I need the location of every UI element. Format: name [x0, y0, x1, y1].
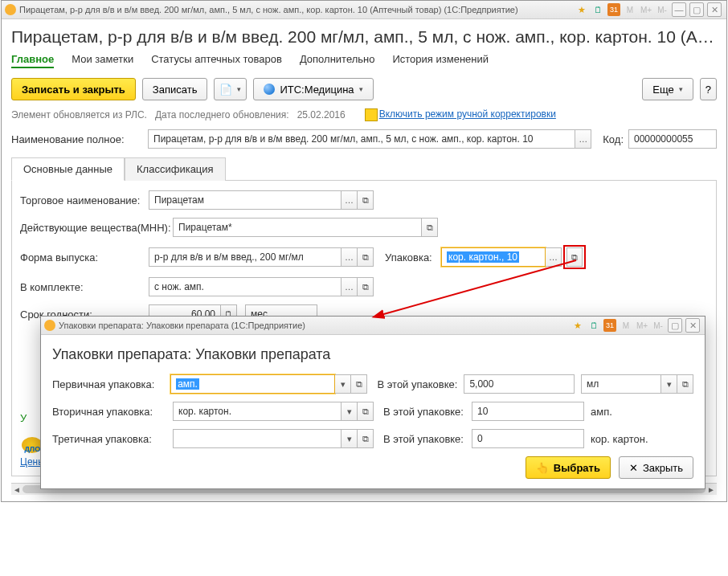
tab-main[interactable]: Главное — [11, 53, 54, 68]
kit-more-button[interactable]: … — [342, 277, 358, 296]
pack-open-highlight: ⧉ — [563, 245, 586, 269]
calendar-icon[interactable]: 31 — [603, 319, 616, 332]
tertiary-open-button[interactable]: ⧉ — [358, 429, 374, 448]
edit-icon — [365, 108, 378, 121]
tab-classification[interactable]: Классификация — [125, 157, 226, 181]
primary-qty-input[interactable]: 5,000 — [464, 374, 575, 394]
form-label: Форма выпуска: — [20, 251, 149, 263]
minimize-button[interactable]: — — [672, 2, 686, 17]
its-label: ИТС:Медицина — [280, 84, 354, 96]
tertiary-label: Третичная упаковка: — [52, 433, 173, 445]
popup-close-button[interactable]: ✕ — [685, 318, 700, 333]
calculator-icon[interactable]: 🗒 — [587, 319, 600, 332]
popup-titlebar: Упаковки препарата: Упаковки препарата (… — [41, 317, 705, 335]
primary-dropdown-button[interactable]: ▾ — [335, 374, 351, 394]
m-plus-btn[interactable]: M+ — [636, 319, 648, 332]
save-button[interactable]: Записать — [142, 78, 208, 100]
update-label: Дата последнего обновления: — [155, 109, 289, 121]
its-button[interactable]: ИТС:Медицина▾ — [253, 78, 373, 100]
form-input[interactable]: р-р для в/в и в/м введ., 200 мг/мл — [149, 247, 342, 267]
save-close-button[interactable]: Записать и закрыть — [11, 78, 136, 100]
kit-label: В комплекте: — [20, 281, 149, 293]
manual-edit-link[interactable]: Включить режим ручной корректировки — [379, 108, 556, 120]
mnn-open-button[interactable]: ⧉ — [422, 218, 438, 237]
favorite-icon[interactable]: ★ — [571, 319, 584, 332]
secondary-qty-label: В этой упаковке: — [383, 406, 472, 418]
secondary-input[interactable]: кор. картон. — [173, 402, 342, 421]
close-button[interactable]: ✕ — [707, 2, 722, 17]
form-open-button[interactable]: ⧉ — [358, 247, 374, 267]
tertiary-input[interactable] — [173, 429, 342, 448]
dlo-text: ДЛО — [24, 445, 40, 453]
popup-window-title: Упаковки препарата: Упаковки препарата (… — [59, 321, 305, 330]
trade-input[interactable]: Пирацетам — [149, 190, 342, 210]
trade-label: Торговое наименование: — [20, 194, 149, 206]
mnn-input[interactable]: Пирацетам* — [173, 218, 422, 237]
trade-more-button[interactable]: … — [342, 190, 358, 210]
kit-open-button[interactable]: ⧉ — [358, 277, 374, 296]
popup-restore-button[interactable]: ▢ — [668, 318, 682, 333]
mnn-label: Действующие вещества(МНН): — [20, 222, 173, 234]
primary-unit-open[interactable]: ⧉ — [677, 374, 693, 394]
fullname-input[interactable]: Пирацетам, р-р для в/в и в/м введ. 200 м… — [148, 129, 575, 149]
nav-tabs: Главное Мои заметки Статусы аптечных тов… — [11, 53, 717, 68]
m-minus-btn[interactable]: M- — [652, 319, 665, 332]
tool-dropdown-button[interactable]: 📄▾ — [214, 78, 247, 100]
select-label: Выбрать — [554, 462, 600, 474]
maximize-button[interactable]: ▢ — [689, 2, 704, 17]
more-button[interactable]: Еще▾ — [642, 78, 693, 100]
favorite-icon[interactable]: ★ — [575, 3, 588, 16]
main-titlebar: Пирацетам, р-р для в/в и в/м введ. 200 м… — [2, 1, 726, 19]
tab-statuses[interactable]: Статусы аптечных товаров — [151, 53, 282, 68]
primary-label: Первичная упаковка: — [52, 378, 170, 390]
primary-input[interactable]: амп. — [170, 374, 335, 394]
secondary-unit: амп. — [591, 406, 612, 418]
kit-input[interactable]: с нож. амп. — [149, 277, 342, 296]
code-input[interactable]: 00000000055 — [628, 129, 717, 149]
trade-open-button[interactable]: ⧉ — [358, 190, 374, 210]
scroll-right-icon[interactable]: ► — [706, 484, 717, 495]
tertiary-qty-label: В этой упаковке: — [383, 433, 472, 445]
meta-row: Элемент обновляется из РЛС. Дата последн… — [11, 108, 717, 121]
m-minus-btn[interactable]: M- — [656, 3, 669, 16]
tertiary-dropdown-button[interactable]: ▾ — [342, 429, 358, 448]
m-btn[interactable]: M — [620, 319, 632, 332]
secondary-label: Вторичная упаковка: — [52, 406, 173, 418]
select-button[interactable]: 👆Выбрать — [526, 456, 611, 479]
calculator-icon[interactable]: 🗒 — [591, 3, 604, 16]
hand-icon: 👆 — [536, 462, 549, 474]
popup-close-btn[interactable]: ✕Закрыть — [619, 456, 693, 479]
secondary-dropdown-button[interactable]: ▾ — [342, 402, 358, 421]
m-plus-btn[interactable]: M+ — [640, 3, 652, 16]
help-button[interactable]: ? — [700, 78, 717, 100]
fullname-more-button[interactable]: … — [575, 129, 591, 149]
pack-input[interactable]: кор. картон., 10 — [441, 247, 546, 267]
code-label: Код: — [603, 133, 624, 145]
calendar-icon[interactable]: 31 — [607, 3, 620, 16]
primary-value: амп. — [176, 378, 199, 390]
primary-open-button[interactable]: ⧉ — [351, 374, 367, 394]
form-more-button[interactable]: … — [342, 247, 358, 267]
tab-history[interactable]: История изменений — [392, 53, 489, 68]
fullname-label: Наименование полное: — [11, 133, 148, 145]
scroll-left-icon[interactable]: ◄ — [11, 484, 22, 495]
tab-basic[interactable]: Основные данные — [11, 157, 125, 181]
inner-tabs: Основные данные Классификация — [11, 157, 717, 181]
tertiary-unit: кор. картон. — [591, 433, 648, 445]
secondary-open-button[interactable]: ⧉ — [358, 402, 374, 421]
file-icon: 📄 — [219, 84, 232, 96]
toolbar: Записать и закрыть Записать 📄▾ ИТС:Медиц… — [11, 78, 717, 100]
tab-notes[interactable]: Мои заметки — [72, 53, 133, 68]
packaging-popup: Упаковки препарата: Упаковки препарата (… — [40, 316, 706, 489]
primary-unit-dropdown[interactable]: ▾ — [661, 374, 677, 394]
fullname-row: Наименование полное: Пирацетам, р-р для … — [11, 129, 717, 149]
tertiary-qty-input[interactable]: 0 — [472, 429, 584, 448]
tab-extra[interactable]: Дополнительно — [300, 53, 375, 68]
window-title: Пирацетам, р-р для в/в и в/м введ. 200 м… — [19, 5, 518, 14]
m-btn[interactable]: M — [624, 3, 636, 16]
close-label: Закрыть — [643, 462, 683, 474]
secondary-qty-input[interactable]: 10 — [472, 402, 584, 421]
pack-more-button[interactable]: … — [546, 247, 562, 267]
pack-open-button[interactable]: ⧉ — [566, 247, 583, 267]
primary-unit-input[interactable]: мл — [581, 374, 661, 394]
